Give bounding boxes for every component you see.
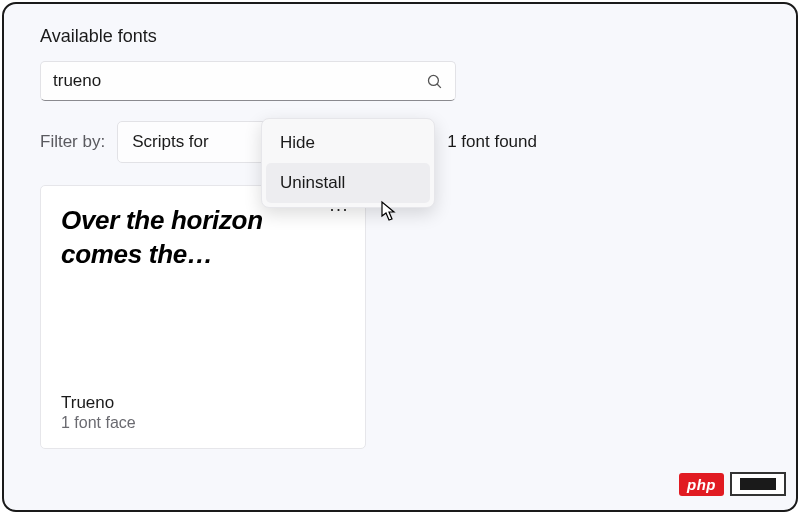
filter-selected-value: Scripts for <box>132 132 209 152</box>
font-card[interactable]: ··· Over the horizon comes the… Trueno 1… <box>40 185 366 449</box>
card-footer: Trueno 1 font face <box>61 393 345 432</box>
font-face-count: 1 font face <box>61 414 345 432</box>
font-preview-text: Over the horizon comes the… <box>61 204 301 272</box>
font-name: Trueno <box>61 393 345 413</box>
menu-item-uninstall[interactable]: Uninstall <box>266 163 430 203</box>
search-box[interactable] <box>40 61 456 101</box>
svg-line-1 <box>437 84 441 88</box>
result-count: 1 font found <box>447 132 537 152</box>
search-input[interactable] <box>53 62 426 100</box>
filter-label: Filter by: <box>40 132 105 152</box>
fonts-panel: Available fonts Filter by: Scripts for 1… <box>2 2 798 512</box>
watermark-box <box>730 472 786 496</box>
search-icon[interactable] <box>426 73 443 90</box>
section-title: Available fonts <box>40 26 760 47</box>
context-menu: Hide Uninstall <box>261 118 435 208</box>
menu-item-hide[interactable]: Hide <box>266 123 430 163</box>
cursor-icon <box>380 200 398 226</box>
svg-point-0 <box>428 75 438 85</box>
watermark-text: php <box>679 473 724 496</box>
watermark: php <box>679 472 786 496</box>
